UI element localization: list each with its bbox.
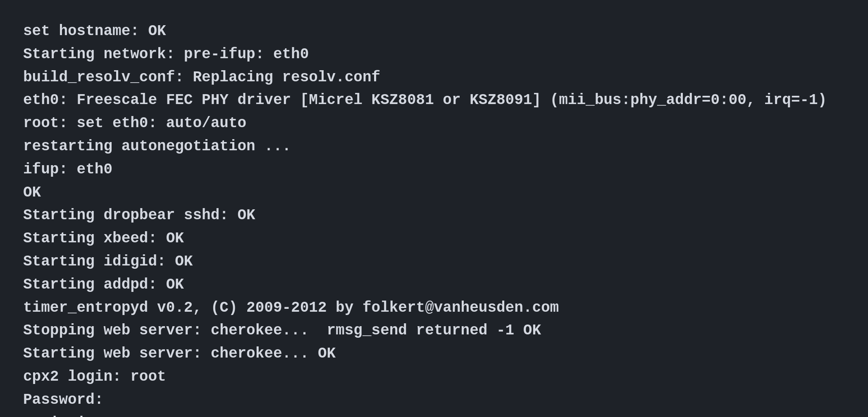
terminal-line: ifup: eth0 (23, 158, 845, 181)
terminal-line: restarting autonegotiation ... (23, 135, 845, 158)
terminal-line: Password: (23, 389, 845, 412)
terminal-line: Starting network: pre-ifup: eth0 (23, 43, 845, 66)
terminal-line: Login incorrect (23, 412, 845, 417)
terminal-line: Stopping web server: cherokee... rmsg_se… (23, 319, 845, 342)
terminal-output: set hostname: OKStarting network: pre-if… (0, 0, 868, 417)
terminal-line: build_resolv_conf: Replacing resolv.conf (23, 66, 845, 89)
terminal-line: set hostname: OK (23, 20, 845, 43)
terminal-line: Starting dropbear sshd: OK (23, 204, 845, 227)
terminal-line: cpx2 login: root (23, 365, 845, 389)
terminal-line: Starting addpd: OK (23, 273, 845, 296)
terminal-line: eth0: Freescale FEC PHY driver [Micrel K… (23, 89, 845, 112)
terminal-line: root: set eth0: auto/auto (23, 112, 845, 135)
terminal-line: timer_entropyd v0.2, (C) 2009-2012 by fo… (23, 296, 845, 320)
terminal-line: OK (23, 181, 845, 204)
terminal-line: Starting web server: cherokee... OK (23, 342, 845, 365)
terminal-line: Starting xbeed: OK (23, 227, 845, 250)
terminal-line: Starting idigid: OK (23, 250, 845, 273)
